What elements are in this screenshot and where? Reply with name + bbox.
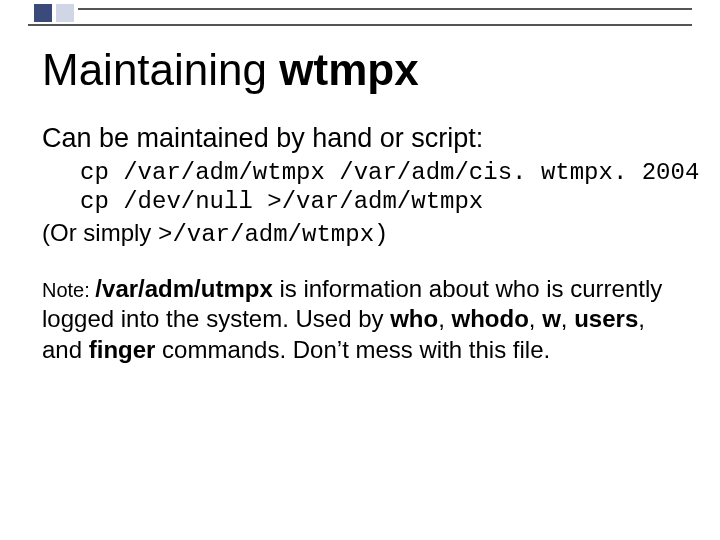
code-line-2: cp /dev/null >/var/adm/wtmpx	[80, 188, 483, 215]
note-who: who	[390, 305, 438, 332]
note-whodo: whodo	[452, 305, 529, 332]
title-prefix: Maintaining	[42, 45, 279, 94]
accent-square-dark	[34, 4, 52, 22]
code-line-1: cp /var/adm/wtmpx /var/adm/cis. wtmpx. 2…	[80, 159, 699, 186]
accent-square-light	[56, 4, 74, 22]
header-rule-top	[78, 8, 692, 10]
code-block: cp /var/adm/wtmpx /var/adm/cis. wtmpx. 2…	[80, 158, 680, 217]
subtitle: Can be maintained by hand or script:	[42, 122, 680, 156]
note-finger: finger	[89, 336, 156, 363]
slide-content: Maintaining wtmpx Can be maintained by h…	[42, 46, 680, 366]
or-simply-line: (Or simply >/var/adm/wtmpx)	[42, 219, 680, 248]
title-bold: wtmpx	[279, 45, 418, 94]
header-rule-bottom	[28, 24, 692, 26]
or-mono: >/var/adm/wtmpx)	[158, 221, 388, 248]
or-prefix: (Or simply	[42, 219, 158, 246]
note-users: users	[574, 305, 638, 332]
note-w: w	[542, 305, 561, 332]
note-paragraph: Note: /var/adm/utmpx is information abou…	[42, 274, 680, 366]
note-label: Note:	[42, 279, 95, 301]
slide: Maintaining wtmpx Can be maintained by h…	[0, 0, 720, 540]
note-c2: ,	[529, 305, 542, 332]
slide-title: Maintaining wtmpx	[42, 46, 680, 94]
note-rest2: commands. Don’t mess with this file.	[155, 336, 550, 363]
header-decoration	[0, 0, 720, 22]
note-c1: ,	[438, 305, 451, 332]
note-path: /var/adm/utmpx	[95, 275, 272, 302]
note-c3: ,	[561, 305, 574, 332]
